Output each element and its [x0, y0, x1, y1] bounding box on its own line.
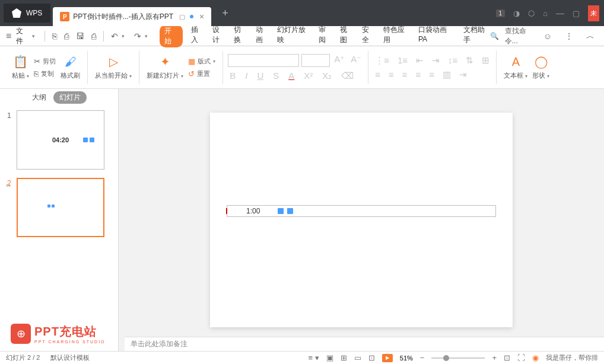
align-left-icon[interactable]: ≡	[375, 69, 380, 80]
slide-canvas[interactable]: 1:00	[210, 113, 513, 327]
wps-home-button[interactable]: WPS	[4, 4, 50, 23]
subscript-icon[interactable]: X₂	[322, 71, 332, 81]
minimize-button[interactable]: —	[556, 8, 564, 18]
tab-transition[interactable]: 切换	[234, 25, 247, 47]
columns-icon[interactable]: ▥	[443, 69, 451, 80]
slideshow-button[interactable]: ▶	[382, 354, 393, 362]
thumbnail-slide-active[interactable]	[17, 178, 104, 237]
reading-view-icon[interactable]: ▭	[354, 353, 361, 362]
file-menu[interactable]: 文件	[16, 26, 30, 46]
tab-view[interactable]: 视图	[340, 25, 353, 47]
decrease-font-icon[interactable]: A⁻	[351, 54, 361, 67]
sorter-view-icon[interactable]: ⊞	[341, 353, 347, 362]
outline-tab[interactable]: 大纲	[32, 92, 46, 103]
maximize-button[interactable]: ▢	[573, 9, 580, 18]
from-current-button[interactable]: ▷ 从当前开始 ▾	[93, 55, 134, 80]
copy-button[interactable]: ⎘复制	[31, 68, 58, 79]
notes-view-icon[interactable]: ≡ ▾	[309, 353, 319, 362]
fullscreen-icon[interactable]: ⛶	[517, 353, 525, 362]
save-icon[interactable]: 🖫	[76, 31, 84, 41]
align-justify-icon[interactable]: ≡	[416, 69, 421, 80]
thumbnail-item[interactable]: 1 04:20	[7, 110, 111, 170]
paste-button[interactable]: 📋 粘贴 ▾	[9, 55, 31, 80]
new-tab-button[interactable]: +	[222, 7, 228, 20]
cloud-icon[interactable]: ⬡	[528, 9, 535, 18]
assistant-icon[interactable]: ◉	[532, 353, 539, 362]
open-icon[interactable]: ⎙	[64, 31, 69, 41]
font-family-select[interactable]	[228, 54, 299, 67]
zoom-slider[interactable]	[431, 357, 485, 359]
tab-close-button[interactable]: ×	[199, 12, 204, 21]
zoom-level[interactable]: 51%	[400, 355, 413, 362]
smile-icon[interactable]: ☺	[543, 31, 552, 41]
fit-window-icon[interactable]: ⊡	[504, 353, 510, 362]
normal-view-icon[interactable]: ▣	[326, 353, 333, 362]
collapse-ribbon-icon[interactable]: ︿	[586, 31, 595, 41]
tab-slideshow[interactable]: 幻灯片放映	[277, 25, 310, 47]
align-text-icon[interactable]: ⊞	[482, 55, 489, 66]
indent-inc-icon[interactable]: ⇥	[432, 55, 440, 66]
tab-pocket-anim[interactable]: 口袋动画 PA	[418, 25, 455, 47]
tab-review[interactable]: 审阅	[319, 25, 332, 47]
new-slide-button[interactable]: ✦ 新建幻灯片 ▾	[144, 55, 186, 80]
tab-animation[interactable]: 动画	[256, 25, 269, 47]
reset-button[interactable]: ↺重置	[186, 68, 218, 79]
notes-toggle-icon[interactable]: ⊡	[368, 353, 375, 362]
skin-icon[interactable]: ◑	[513, 9, 520, 18]
font-size-select[interactable]	[301, 54, 330, 67]
thumbnail-item[interactable]: 2	[7, 178, 111, 237]
shirt-icon[interactable]: ⌂	[543, 9, 548, 18]
tab-security[interactable]: 安全	[362, 25, 375, 47]
superscript-icon[interactable]: X²	[304, 71, 313, 81]
thumbnail-slide[interactable]: 04:20	[17, 110, 104, 170]
play-element-icon[interactable]	[278, 208, 284, 214]
increase-font-icon[interactable]: A⁺	[334, 54, 345, 67]
new-doc-icon[interactable]: ⎘	[52, 31, 57, 41]
bullet-icon[interactable]: ⋮≡	[375, 55, 389, 66]
tab-icon[interactable]: ⇥	[459, 69, 467, 80]
tab-doc-helper[interactable]: 文档助手	[463, 25, 490, 47]
cut-button[interactable]: ✂剪切	[31, 56, 58, 67]
slides-tab[interactable]: 幻灯片	[53, 91, 87, 104]
align-center-icon[interactable]: ≡	[389, 69, 394, 80]
format-painter-button[interactable]: 🖌 格式刷	[58, 55, 82, 80]
align-right-icon[interactable]: ≡	[402, 69, 408, 80]
layout-button[interactable]: ▦版式 ▾	[186, 56, 218, 67]
shape-button[interactable]: ◯ 形状 ▾	[530, 55, 552, 80]
notification-badge[interactable]: 1	[496, 9, 506, 17]
notes-area[interactable]: 单击此处添加备注	[125, 337, 604, 351]
tab-insert[interactable]: 插入	[191, 25, 204, 47]
bold-icon[interactable]: B	[230, 71, 236, 81]
assistant-text[interactable]: 我是墨仔，帮你排	[546, 353, 598, 362]
italic-icon[interactable]: I	[245, 71, 247, 81]
redo-icon[interactable]: ↷	[134, 31, 141, 41]
zoom-in-button[interactable]: +	[492, 353, 497, 362]
tab-start[interactable]: 开始	[160, 25, 182, 47]
font-color-icon[interactable]: A	[288, 71, 294, 81]
print-icon[interactable]: ⎙	[91, 31, 96, 41]
collapse-pane-button[interactable]: ‹‹	[6, 181, 10, 189]
align-dist-icon[interactable]: ≡	[429, 69, 434, 80]
text-frame[interactable]: 1:00	[227, 205, 496, 217]
canvas-area[interactable]: 1:00	[119, 89, 604, 351]
timer-text[interactable]: 1:00	[246, 207, 260, 215]
strike-icon[interactable]: S	[273, 71, 279, 81]
menu-icon[interactable]: ≡	[6, 31, 11, 41]
stop-element-icon[interactable]	[287, 208, 293, 214]
search-command[interactable]: 查找命令...	[505, 26, 534, 46]
number-icon[interactable]: 1≡	[398, 55, 408, 66]
zoom-out-button[interactable]: −	[420, 353, 425, 362]
clear-format-icon[interactable]: ⌫	[341, 71, 354, 81]
text-box-button[interactable]: A 文本框 ▾	[501, 55, 530, 80]
line-spacing-icon[interactable]: ↕≡	[448, 55, 457, 66]
text-direction-icon[interactable]: ⇅	[466, 55, 473, 66]
login-button[interactable]: 未	[588, 5, 599, 21]
tab-featured[interactable]: 特色应用	[383, 25, 410, 47]
more-icon[interactable]: ⋮	[565, 31, 573, 41]
tab-design[interactable]: 设计	[212, 25, 225, 47]
indent-dec-icon[interactable]: ⇤	[416, 55, 424, 66]
document-tab[interactable]: P PPT倒计时插件...-插入原有PPT ▢ ×	[53, 7, 211, 26]
undo-icon[interactable]: ↶	[111, 31, 118, 41]
underline-icon[interactable]: U	[257, 71, 263, 81]
zoom-thumb[interactable]	[443, 355, 449, 361]
